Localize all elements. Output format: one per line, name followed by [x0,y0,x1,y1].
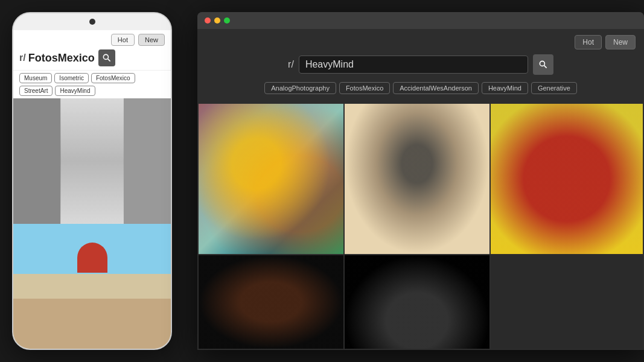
browser-logo-icon: r/ [288,59,294,70]
browser-image-col-2 [345,104,489,349]
desktop-browser: Hot New r/ A [197,12,644,350]
svg-point-0 [103,54,108,59]
phone-search-button[interactable] [98,49,115,66]
browser-maximize-dot[interactable] [224,17,230,24]
phone-hot-button[interactable]: Hot [111,34,135,46]
search-icon [102,53,112,63]
phone-image-street [13,98,171,224]
browser-search-icon [538,60,548,69]
phone-new-button[interactable]: New [138,34,165,46]
phone-image-church [13,224,171,349]
browser-close-dot[interactable] [205,17,211,24]
browser-tag-fotosmx[interactable]: FotosMexico [339,82,390,94]
phone-camera [89,19,95,25]
phone-tags: Museum Isometric FotosMexico StreetArt H… [13,71,171,98]
browser-search-row: r/ [206,54,636,75]
browser-image-col-1 [199,104,343,349]
browser-nav: Hot New [206,35,636,49]
browser-tag-analog[interactable]: AnalogPhotography [264,82,336,94]
phone-tag-heavymind[interactable]: HeavyMind [55,86,95,96]
browser-minimize-dot[interactable] [214,17,220,24]
browser-tag-generative[interactable]: Generative [531,82,577,94]
browser-tag-heavymind[interactable]: HeavyMind [482,82,528,94]
browser-tag-accidental[interactable]: AccidentalWesAnderson [393,82,479,94]
browser-search-button[interactable] [533,54,553,75]
phone-screen: Hot New r/ FotosMexico [13,30,171,349]
phone-app-name: FotosMexico [28,52,95,65]
browser-hot-button[interactable]: Hot [575,35,602,49]
svg-point-2 [540,61,544,66]
phone-tag-fotosmx[interactable]: FotosMexico [91,73,135,83]
browser-logo: r/ [288,59,294,70]
browser-search-input[interactable] [299,56,528,74]
browser-image-dark1 [199,255,343,349]
phone-tag-streetart[interactable]: StreetArt [19,86,53,96]
browser-image-dark2 [345,255,489,349]
browser-header: Hot New r/ A [197,29,644,103]
browser-screen: Hot New r/ A [197,29,644,350]
phone-header: Hot New r/ FotosMexico [13,30,171,71]
browser-image-sketch [345,104,489,254]
phone-search-row: r/ FotosMexico [19,49,165,66]
browser-new-button[interactable]: New [605,35,636,49]
scene: Hot New r/ FotosMexico [0,0,644,362]
browser-image-col-3 [491,104,643,349]
svg-line-3 [544,66,546,68]
mobile-phone: Hot New r/ FotosMexico [12,12,172,350]
phone-nav: Hot New [19,34,165,46]
browser-tags: AnalogPhotography FotosMexico Accidental… [206,80,636,97]
browser-image-colorful [199,104,343,254]
browser-titlebar [197,12,644,29]
browser-image-dark3 [491,255,643,349]
svg-line-1 [107,59,110,62]
phone-images [13,98,171,349]
browser-image-devil [491,104,643,254]
phone-logo: r/ FotosMexico [19,52,95,65]
phone-tag-museum[interactable]: Museum [19,73,52,83]
browser-images [197,103,644,350]
phone-tag-isometric[interactable]: Isometric [54,73,89,83]
phone-logo-icon: r/ [19,52,26,63]
phone-notch [13,13,171,30]
